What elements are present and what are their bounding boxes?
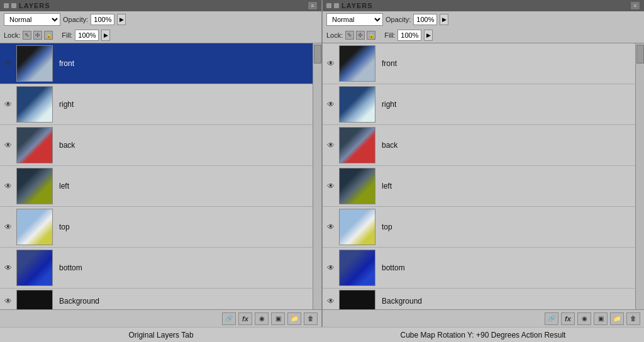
right-blend-mode-select[interactable]: Normal bbox=[326, 13, 383, 26]
right-panel-title: LAYERS bbox=[341, 2, 373, 9]
left-fx-icon[interactable]: fx bbox=[238, 312, 252, 325]
right-panel-footer: 🔗 fx ◉ ▣ 📁 🗑 bbox=[323, 309, 644, 327]
right-thumb-top bbox=[339, 209, 375, 245]
left-resize-handle2[interactable] bbox=[11, 3, 16, 8]
right-layers-list: 👁 front 👁 right 👁 back 👁 lef bbox=[323, 43, 635, 309]
left-layer-bottom[interactable]: 👁 bottom bbox=[0, 248, 313, 289]
left-eye-bottom[interactable]: 👁 bbox=[3, 262, 14, 273]
left-layer-front[interactable]: 👁 front bbox=[0, 43, 313, 84]
right-lock-icons: ✎ ✣ 🔒 bbox=[345, 31, 375, 40]
right-lock-icon3[interactable]: 🔒 bbox=[367, 31, 375, 40]
right-content-area: 👁 front 👁 right 👁 back 👁 lef bbox=[323, 43, 644, 309]
right-fill-arrow[interactable]: ▶ bbox=[424, 30, 433, 41]
right-layer-back[interactable]: 👁 back bbox=[323, 125, 635, 166]
right-opacity-label: Opacity: bbox=[386, 16, 411, 23]
right-opacity-input[interactable] bbox=[413, 14, 437, 25]
right-fill-input[interactable] bbox=[397, 30, 421, 41]
right-folder-icon[interactable]: 📁 bbox=[610, 312, 624, 325]
right-lock-icon1[interactable]: ✎ bbox=[345, 31, 354, 40]
right-layer-front[interactable]: 👁 front bbox=[323, 43, 635, 84]
right-eye-left[interactable]: 👁 bbox=[325, 180, 336, 192]
right-eye-bottom[interactable]: 👁 bbox=[325, 262, 336, 273]
right-lock-label: Lock: bbox=[326, 31, 343, 39]
left-eye-top[interactable]: 👁 bbox=[3, 221, 14, 233]
right-lock-icon2[interactable]: ✣ bbox=[356, 31, 365, 40]
left-thumb-top bbox=[16, 209, 53, 245]
left-fill-arrow[interactable]: ▶ bbox=[101, 30, 110, 41]
right-adj-icon[interactable]: ▣ bbox=[594, 312, 608, 325]
right-name-front: front bbox=[378, 59, 397, 68]
right-thumb-front bbox=[339, 45, 375, 82]
left-name-left: left bbox=[55, 182, 69, 190]
right-panel-menu[interactable]: ≡ bbox=[630, 1, 640, 10]
right-scrollbar[interactable] bbox=[635, 43, 644, 309]
right-scroll-thumb[interactable] bbox=[636, 45, 644, 63]
right-controls-row2: Lock: ✎ ✣ 🔒 Fill: ▶ bbox=[323, 28, 644, 43]
left-layer-bg[interactable]: 👁 Background bbox=[0, 289, 313, 309]
left-scroll-thumb[interactable] bbox=[314, 45, 321, 63]
left-mask-icon[interactable]: ◉ bbox=[255, 312, 269, 325]
right-eye-front[interactable]: 👁 bbox=[325, 58, 336, 69]
left-eye-bg[interactable]: 👁 bbox=[3, 295, 14, 307]
right-bottom-label: Cube Map Rotation Y: +90 Degrees Action … bbox=[322, 331, 644, 339]
left-panel-menu[interactable]: ≡ bbox=[308, 1, 318, 10]
left-lock-label: Lock: bbox=[4, 31, 20, 39]
left-layer-left[interactable]: 👁 left bbox=[0, 166, 313, 207]
right-thumb-bottom bbox=[339, 250, 375, 286]
right-eye-top[interactable]: 👁 bbox=[325, 221, 336, 233]
right-mask-icon[interactable]: ◉ bbox=[577, 312, 591, 325]
left-fill-label: Fill: bbox=[62, 31, 72, 39]
right-panel-controls: Normal Opacity: ▶ Lock: ✎ ✣ 🔒 Fill: ▶ bbox=[323, 11, 644, 43]
right-thumb-left bbox=[339, 168, 375, 204]
right-opacity-arrow[interactable]: ▶ bbox=[440, 14, 448, 25]
left-opacity-label: Opacity: bbox=[63, 16, 88, 23]
left-eye-back[interactable]: 👁 bbox=[3, 140, 14, 151]
right-eye-back[interactable]: 👁 bbox=[325, 140, 336, 151]
left-eye-right[interactable]: 👁 bbox=[3, 99, 14, 110]
right-panel-header: LAYERS ≡ bbox=[323, 0, 644, 11]
right-layer-bottom[interactable]: 👁 bottom bbox=[323, 248, 635, 289]
right-name-right: right bbox=[378, 100, 396, 109]
right-thumb-bg bbox=[339, 290, 375, 309]
right-resize-handle[interactable] bbox=[326, 3, 331, 8]
left-resize-handle[interactable] bbox=[4, 3, 9, 8]
bottom-labels-bar: Original Layers Tab Cube Map Rotation Y:… bbox=[0, 327, 644, 342]
right-eye-bg[interactable]: 👁 bbox=[325, 295, 336, 307]
right-thumb-right bbox=[339, 86, 375, 123]
left-lock-icon1[interactable]: ✎ bbox=[23, 31, 31, 40]
left-name-bottom: bottom bbox=[55, 263, 82, 272]
left-lock-icon2[interactable]: ✣ bbox=[33, 31, 42, 40]
right-eye-right[interactable]: 👁 bbox=[325, 99, 336, 110]
right-resize-handle2[interactable] bbox=[334, 3, 339, 8]
right-layer-right[interactable]: 👁 right bbox=[323, 84, 635, 125]
left-name-right: right bbox=[55, 100, 74, 109]
left-eye-left[interactable]: 👁 bbox=[3, 180, 14, 192]
left-link-icon[interactable]: 🔗 bbox=[222, 312, 236, 325]
right-fx-icon[interactable]: fx bbox=[561, 312, 575, 325]
right-name-left: left bbox=[378, 182, 392, 190]
left-opacity-arrow[interactable]: ▶ bbox=[117, 14, 126, 25]
left-layer-right[interactable]: 👁 right bbox=[0, 84, 313, 125]
right-fill-label: Fill: bbox=[384, 31, 395, 39]
right-name-bg: Background bbox=[378, 297, 422, 306]
left-layer-top[interactable]: 👁 top bbox=[0, 207, 313, 248]
left-opacity-input[interactable] bbox=[91, 14, 114, 25]
right-link-icon[interactable]: 🔗 bbox=[545, 312, 558, 325]
left-scrollbar[interactable] bbox=[313, 43, 321, 309]
left-lock-icon3[interactable]: 🔒 bbox=[44, 31, 53, 40]
left-fill-input[interactable] bbox=[75, 30, 99, 41]
left-trash-icon[interactable]: 🗑 bbox=[304, 312, 318, 325]
left-thumb-back bbox=[16, 127, 53, 163]
right-layer-left[interactable]: 👁 left bbox=[323, 166, 635, 207]
left-layer-back[interactable]: 👁 back bbox=[0, 125, 313, 166]
left-controls-row2: Lock: ✎ ✣ 🔒 Fill: ▶ bbox=[0, 28, 321, 43]
right-layer-bg[interactable]: 👁 Background bbox=[323, 289, 635, 309]
left-bottom-label: Original Layers Tab bbox=[0, 331, 322, 339]
left-eye-front[interactable]: 👁 bbox=[3, 58, 14, 69]
right-layer-top[interactable]: 👁 top bbox=[323, 207, 635, 248]
left-adj-icon[interactable]: ▣ bbox=[271, 312, 285, 325]
left-folder-icon[interactable]: 📁 bbox=[287, 312, 301, 325]
right-trash-icon[interactable]: 🗑 bbox=[626, 312, 640, 325]
left-name-top: top bbox=[55, 223, 70, 231]
left-blend-mode-select[interactable]: Normal bbox=[4, 13, 60, 26]
